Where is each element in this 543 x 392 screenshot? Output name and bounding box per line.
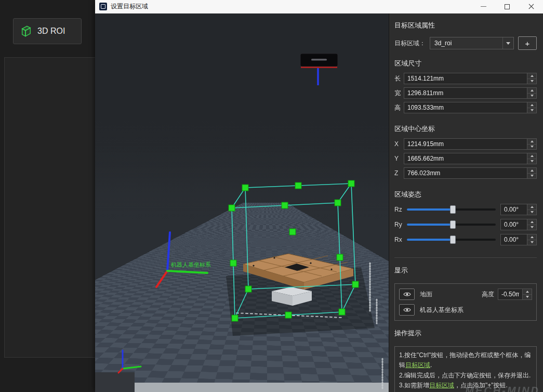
ground-visibility-button[interactable]: [399, 289, 415, 300]
window-controls: [471, 0, 543, 13]
center-section-title: 区域中心坐标: [394, 124, 537, 134]
sidebar-list-panel: [4, 57, 95, 358]
spin-up-button[interactable]: [527, 139, 536, 145]
target-region-link[interactable]: 目标区域: [429, 382, 454, 389]
spin-down-button[interactable]: [523, 295, 532, 300]
properties-panel: 目标区域属性 目标区域： 3d_roi + 区域尺寸 长: [389, 14, 543, 392]
slider-thumb[interactable]: [450, 236, 456, 244]
dialog-titlebar[interactable]: 设置目标区域: [95, 0, 543, 14]
eye-icon: [403, 307, 411, 312]
roi-handle[interactable]: [282, 202, 288, 208]
add-region-button[interactable]: +: [518, 36, 537, 50]
roi-handle[interactable]: [232, 315, 238, 321]
spin-down-button[interactable]: [527, 79, 536, 84]
roi-handle[interactable]: [242, 185, 248, 191]
target-region-link[interactable]: 目标区域: [405, 361, 430, 369]
rx-slider[interactable]: [407, 234, 496, 245]
spin-up-button[interactable]: [527, 204, 536, 210]
rz-label: Rz: [394, 206, 407, 213]
roi-handle[interactable]: [289, 229, 296, 235]
center-z-input[interactable]: [404, 168, 527, 178]
tip-line-1: 1.按住"Ctrl"按钮，拖动绿色方框或整个框体，编辑目标区域.: [399, 350, 532, 371]
spin-up-button[interactable]: [523, 289, 532, 295]
screen: 3D ROI 设置目标区域: [0, 0, 543, 392]
roi-handle[interactable]: [348, 180, 354, 187]
length-input[interactable]: [404, 73, 527, 84]
target-region-select[interactable]: 3d_roi: [430, 37, 514, 49]
display-section-title: 显示: [394, 266, 537, 275]
minimize-button[interactable]: [471, 0, 495, 13]
spin-down-button[interactable]: [527, 159, 536, 164]
center-z-row: Z: [394, 167, 537, 179]
roi-handle[interactable]: [337, 254, 343, 260]
slider-thumb[interactable]: [450, 205, 456, 214]
viewport-3d[interactable]: 机器人基坐标系: [95, 14, 389, 392]
slider-fill: [407, 208, 453, 211]
center-z-field: [404, 167, 537, 179]
ry-label: Ry: [394, 221, 407, 228]
rz-slider[interactable]: [407, 204, 496, 215]
ry-angle-input[interactable]: [501, 219, 527, 230]
robot-frame-visibility-button[interactable]: [399, 304, 415, 316]
width-field: [404, 87, 537, 99]
dialog-body: 机器人基坐标系 目标区域属性 目标区域： 3d_roi: [95, 14, 543, 392]
roi-handle[interactable]: [295, 182, 301, 189]
width-input[interactable]: [404, 88, 527, 98]
length-label: 长: [394, 74, 404, 83]
ry-row: Ry: [394, 219, 537, 230]
robot-base-axes: [156, 232, 207, 287]
roi-handle[interactable]: [245, 286, 251, 292]
3d-roi-cube-icon: [20, 24, 32, 38]
ground-height-spinner: [522, 289, 532, 299]
size-section-title: 区域尺寸: [394, 59, 537, 68]
slider-thumb[interactable]: [450, 220, 456, 229]
roi-handle[interactable]: [352, 281, 359, 288]
spin-up-button[interactable]: [527, 153, 536, 159]
roi-handle[interactable]: [335, 200, 341, 206]
rx-row: Rx: [394, 234, 537, 245]
tip-text: ，点击添加"+"按钮.: [454, 382, 508, 389]
spin-up-button[interactable]: [527, 73, 536, 79]
ground-height-label: 高度: [482, 290, 494, 299]
roi-handle[interactable]: [230, 260, 236, 266]
spin-down-button[interactable]: [527, 210, 536, 215]
center-x-input[interactable]: [404, 139, 527, 149]
spin-down-button[interactable]: [527, 225, 536, 230]
rz-angle-input[interactable]: [501, 204, 527, 215]
tip-text: 3.如需新增: [399, 382, 429, 389]
spin-down-button[interactable]: [527, 145, 536, 150]
spin-up-button[interactable]: [527, 219, 536, 225]
roi-handle[interactable]: [285, 312, 292, 318]
rx-angle-input[interactable]: [501, 234, 527, 245]
roi-3d-button[interactable]: 3D ROI: [13, 18, 82, 44]
spin-down-button[interactable]: [527, 174, 536, 179]
viewport-origin-axes: [118, 350, 141, 373]
rx-spinner: [527, 234, 536, 245]
spin-down-button[interactable]: [527, 108, 536, 113]
dropdown-arrow-area[interactable]: [502, 37, 513, 49]
ground-height-input[interactable]: [498, 289, 522, 299]
camera-model: [300, 54, 338, 85]
close-button[interactable]: [519, 0, 543, 13]
ry-slider[interactable]: [407, 219, 496, 230]
spin-up-button[interactable]: [527, 234, 536, 240]
center-x-row: X: [394, 138, 537, 150]
height-input[interactable]: [404, 102, 527, 113]
roi-handle[interactable]: [339, 309, 345, 315]
roi-3d-button-label: 3D ROI: [37, 27, 65, 36]
chevron-down-icon: [506, 42, 510, 45]
robot-frame-display-row: 机器人基坐标系: [399, 302, 532, 318]
target-region-label: 目标区域：: [394, 39, 426, 48]
roi-handle[interactable]: [229, 205, 235, 211]
spin-up-button[interactable]: [527, 102, 536, 108]
tip-line-2: 2.编辑完成后，点击下方确定按钮，保存并退出.: [399, 371, 532, 381]
width-spinner: [527, 88, 536, 98]
maximize-button[interactable]: [495, 0, 519, 13]
spin-down-button[interactable]: [527, 240, 536, 245]
spin-down-button[interactable]: [527, 94, 536, 99]
tips-section-title: 操作提示: [394, 329, 537, 338]
center-y-input[interactable]: [404, 153, 527, 164]
spin-up-button[interactable]: [527, 168, 536, 174]
target-region-row: 目标区域： 3d_roi +: [394, 36, 537, 50]
spin-up-button[interactable]: [527, 88, 536, 94]
